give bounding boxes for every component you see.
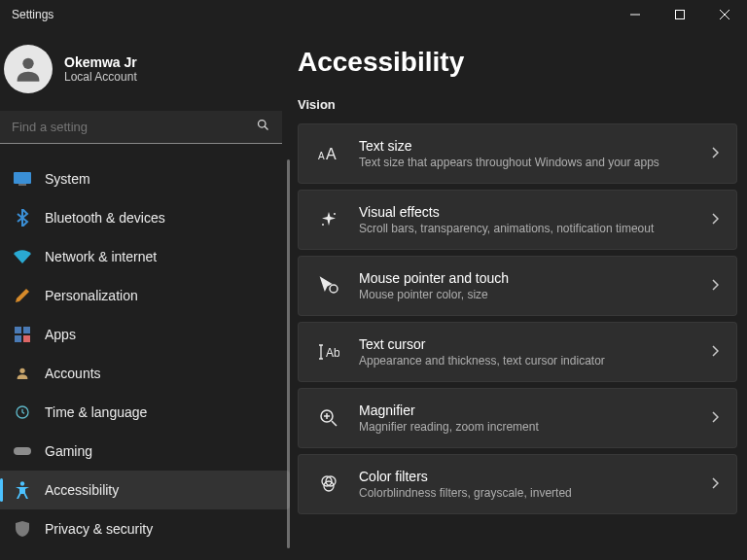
mouse-pointer-icon bbox=[316, 273, 341, 298]
close-button[interactable] bbox=[702, 0, 747, 29]
chevron-right-icon bbox=[711, 211, 719, 228]
sidebar-item-network[interactable]: Network & internet bbox=[0, 237, 290, 276]
sidebar-item-label: Accounts bbox=[45, 366, 101, 381]
section-label: Vision bbox=[298, 97, 737, 112]
svg-point-20 bbox=[322, 224, 324, 226]
color-filters-icon bbox=[316, 472, 341, 497]
card-color-filters[interactable]: Color filters Colorblindness filters, gr… bbox=[298, 454, 737, 514]
sidebar-item-label: Privacy & security bbox=[45, 521, 153, 537]
card-title: Text cursor bbox=[359, 336, 694, 352]
magnifier-icon bbox=[316, 405, 341, 431]
system-icon bbox=[14, 170, 31, 188]
sidebar-item-label: Apps bbox=[45, 327, 76, 342]
paintbrush-icon bbox=[14, 287, 31, 304]
accessibility-icon bbox=[14, 481, 31, 499]
svg-point-21 bbox=[330, 285, 338, 293]
card-subtitle: Scroll bars, transparency, animations, n… bbox=[359, 222, 694, 235]
card-title: Visual effects bbox=[359, 204, 694, 220]
chevron-right-icon bbox=[711, 145, 719, 162]
sidebar-item-apps[interactable]: Apps bbox=[0, 315, 290, 354]
app-title: Settings bbox=[12, 8, 53, 21]
card-title: Text size bbox=[359, 138, 694, 154]
sidebar-item-label: Personalization bbox=[45, 288, 138, 303]
sidebar-item-accounts[interactable]: Accounts bbox=[0, 354, 290, 393]
svg-line-25 bbox=[332, 421, 337, 426]
svg-rect-10 bbox=[23, 327, 30, 333]
sidebar-item-label: Gaming bbox=[45, 443, 92, 459]
profile-block[interactable]: Okemwa Jr Local Account bbox=[0, 45, 290, 111]
sidebar-item-label: System bbox=[45, 171, 90, 187]
text-cursor-icon: Ab bbox=[316, 339, 341, 365]
page-title: Accessibility bbox=[298, 47, 737, 78]
sidebar: Okemwa Jr Local Account System Bluetooth… bbox=[0, 29, 290, 560]
avatar bbox=[4, 45, 53, 93]
clock-icon bbox=[14, 403, 31, 421]
sidebar-item-gaming[interactable]: Gaming bbox=[0, 432, 290, 471]
svg-rect-12 bbox=[23, 335, 30, 342]
card-mouse-pointer[interactable]: Mouse pointer and touch Mouse pointer co… bbox=[298, 256, 737, 316]
maximize-button[interactable] bbox=[658, 0, 702, 29]
sidebar-item-privacy[interactable]: Privacy & security bbox=[0, 509, 290, 548]
nav-list: System Bluetooth & devices Network & int… bbox=[0, 159, 290, 548]
minimize-button[interactable] bbox=[613, 0, 658, 29]
card-magnifier[interactable]: Magnifier Magnifier reading, zoom increm… bbox=[298, 388, 737, 448]
card-text-size[interactable]: AA Text size Text size that appears thro… bbox=[298, 123, 737, 184]
bluetooth-icon bbox=[14, 209, 31, 227]
card-visual-effects[interactable]: Visual effects Scroll bars, transparency… bbox=[298, 190, 737, 250]
sparkle-icon bbox=[316, 207, 341, 232]
svg-rect-8 bbox=[18, 184, 26, 186]
svg-text:A: A bbox=[326, 146, 337, 162]
svg-point-16 bbox=[20, 481, 24, 485]
svg-rect-7 bbox=[14, 172, 31, 184]
svg-point-13 bbox=[19, 368, 24, 373]
content-area: Accessibility Vision AA Text size Text s… bbox=[290, 29, 747, 560]
titlebar: Settings bbox=[0, 0, 747, 29]
svg-point-4 bbox=[22, 58, 33, 69]
card-text-cursor[interactable]: Ab Text cursor Appearance and thickness,… bbox=[298, 322, 737, 382]
svg-rect-15 bbox=[14, 447, 31, 455]
search-box[interactable] bbox=[0, 111, 282, 144]
gaming-icon bbox=[14, 442, 31, 460]
sidebar-item-label: Network & internet bbox=[45, 249, 157, 264]
accounts-icon bbox=[14, 365, 31, 382]
chevron-right-icon bbox=[711, 475, 719, 493]
svg-rect-9 bbox=[15, 327, 21, 333]
chevron-right-icon bbox=[711, 343, 719, 361]
profile-account: Local Account bbox=[64, 70, 137, 84]
card-title: Magnifier bbox=[359, 402, 694, 418]
svg-text:Ab: Ab bbox=[326, 346, 339, 360]
chevron-right-icon bbox=[711, 277, 719, 295]
search-icon bbox=[256, 118, 270, 136]
text-size-icon: AA bbox=[316, 141, 341, 166]
search-input[interactable] bbox=[12, 120, 256, 134]
card-subtitle: Text size that appears throughout Window… bbox=[359, 156, 694, 169]
sidebar-item-accessibility[interactable]: Accessibility bbox=[0, 471, 290, 509]
shield-icon bbox=[14, 520, 31, 538]
card-title: Mouse pointer and touch bbox=[359, 270, 694, 286]
card-subtitle: Magnifier reading, zoom increment bbox=[359, 420, 694, 434]
profile-name: Okemwa Jr bbox=[64, 54, 137, 70]
svg-text:A: A bbox=[318, 151, 325, 161]
wifi-icon bbox=[14, 248, 31, 265]
sidebar-item-label: Bluetooth & devices bbox=[45, 210, 165, 226]
sidebar-item-bluetooth[interactable]: Bluetooth & devices bbox=[0, 198, 290, 237]
apps-icon bbox=[14, 326, 31, 343]
sidebar-item-label: Accessibility bbox=[45, 482, 119, 498]
svg-point-5 bbox=[259, 121, 267, 128]
card-title: Color filters bbox=[359, 469, 694, 484]
sidebar-item-label: Time & language bbox=[45, 404, 147, 420]
sidebar-item-time[interactable]: Time & language bbox=[0, 393, 290, 432]
card-subtitle: Colorblindness filters, grayscale, inver… bbox=[359, 486, 694, 500]
card-subtitle: Appearance and thickness, text cursor in… bbox=[359, 354, 694, 368]
svg-line-6 bbox=[265, 126, 267, 129]
sidebar-item-system[interactable]: System bbox=[0, 159, 290, 198]
chevron-right-icon bbox=[711, 409, 719, 427]
sidebar-item-personalization[interactable]: Personalization bbox=[0, 276, 290, 315]
svg-point-19 bbox=[334, 213, 336, 215]
svg-rect-1 bbox=[676, 11, 685, 19]
svg-rect-11 bbox=[15, 335, 21, 342]
card-subtitle: Mouse pointer color, size bbox=[359, 288, 694, 301]
